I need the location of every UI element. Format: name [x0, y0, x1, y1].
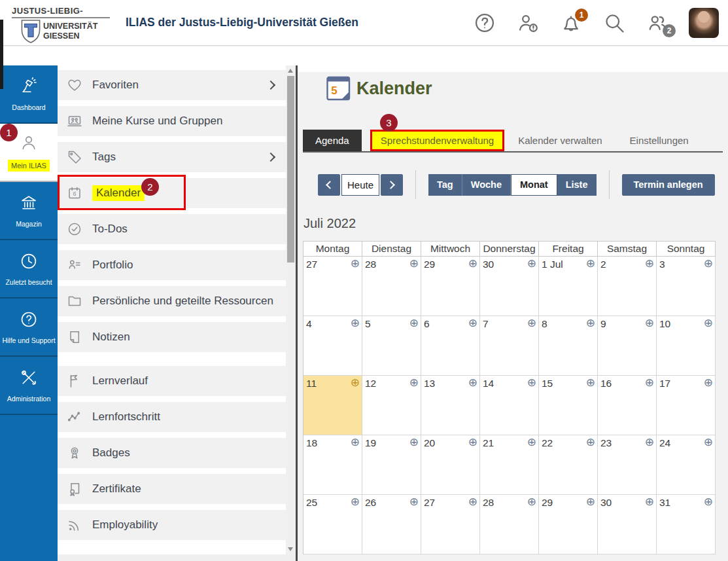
day-cell-12[interactable]: 12⊕	[362, 376, 421, 435]
menu-item-portfolio[interactable]: Portfolio	[58, 250, 286, 280]
plus-circle-icon[interactable]: ⊕	[586, 257, 595, 270]
menu-item-meine-kurse-und-gruppen[interactable]: Meine Kurse und Gruppen	[58, 106, 286, 136]
day-cell-27[interactable]: 27⊕	[303, 257, 362, 316]
scroll-down-icon[interactable]	[288, 547, 293, 551]
day-cell-16[interactable]: 16⊕	[598, 376, 657, 435]
day-cell-8[interactable]: 8⊕	[539, 316, 598, 376]
prev-button[interactable]	[318, 174, 340, 196]
day-cell-27[interactable]: 27⊕	[421, 495, 480, 554]
sidebar-item-magazin[interactable]: Magazin	[0, 182, 58, 240]
day-cell-3[interactable]: 3⊕	[657, 257, 716, 316]
plus-circle-icon[interactable]: ⊕	[527, 257, 536, 270]
plus-circle-icon[interactable]: ⊕	[586, 436, 595, 449]
day-cell-5[interactable]: 5⊕	[362, 316, 421, 376]
day-cell-31[interactable]: 31⊕	[657, 495, 716, 554]
plus-circle-icon[interactable]: ⊕	[351, 257, 360, 270]
plus-circle-icon[interactable]: ⊕	[704, 436, 713, 449]
plus-circle-icon[interactable]: ⊕	[527, 376, 536, 389]
day-cell-15[interactable]: 15⊕	[539, 376, 598, 435]
plus-circle-icon[interactable]: ⊕	[351, 436, 360, 449]
day-cell-30[interactable]: 30⊕	[480, 257, 539, 316]
day-cell-10[interactable]: 10⊕	[657, 316, 716, 376]
menu-item-to-dos[interactable]: To-Dos	[58, 214, 286, 244]
plus-circle-icon[interactable]: ⊕	[468, 436, 477, 449]
notifications-icon[interactable]: 1	[559, 11, 583, 35]
menu-item-favoriten[interactable]: Favoriten	[58, 70, 286, 100]
plus-circle-icon[interactable]: ⊕	[409, 317, 419, 330]
menu-item-notizen[interactable]: Notizen	[58, 322, 286, 352]
view-liste-button[interactable]: Liste	[557, 174, 597, 196]
view-monat-button[interactable]: Monat	[511, 174, 557, 196]
menu-item-lernfortschritt[interactable]: Lernfortschritt	[58, 402, 286, 432]
plus-circle-icon[interactable]: ⊕	[468, 376, 477, 389]
next-button[interactable]	[381, 174, 403, 196]
plus-circle-icon[interactable]: ⊕	[704, 317, 713, 330]
plus-circle-icon[interactable]: ⊕	[586, 496, 595, 509]
plus-circle-icon[interactable]: ⊕	[704, 496, 713, 509]
day-cell-20[interactable]: 20⊕	[421, 435, 480, 495]
plus-circle-icon[interactable]: ⊕	[645, 496, 654, 509]
sidebar-item-administration[interactable]: Administration	[0, 357, 58, 415]
menu-item-pers-nliche-und-geteilte-ressourcen[interactable]: Persönliche und geteilte Ressourcen	[58, 286, 286, 316]
plus-circle-icon[interactable]: ⊕	[704, 257, 713, 270]
day-cell-30[interactable]: 30⊕	[598, 495, 657, 554]
help-icon[interactable]	[473, 11, 496, 35]
plus-circle-icon[interactable]: ⊕	[409, 436, 419, 449]
plus-circle-icon[interactable]: ⊕	[645, 436, 654, 449]
tab-einstellungen[interactable]: Einstellungen	[616, 130, 702, 151]
menu-scrollbar[interactable]	[286, 65, 296, 554]
day-cell-22[interactable]: 22⊕	[539, 435, 598, 495]
plus-circle-icon[interactable]: ⊕	[409, 496, 419, 509]
plus-circle-icon[interactable]: ⊕	[645, 317, 654, 330]
day-cell-11[interactable]: 11⊕	[303, 376, 362, 435]
day-cell-6[interactable]: 6⊕	[421, 316, 480, 376]
plus-circle-icon[interactable]: ⊕	[468, 317, 477, 330]
plus-circle-icon[interactable]: ⊕	[351, 376, 360, 389]
plus-circle-icon[interactable]: ⊕	[351, 317, 360, 330]
scroll-up-icon[interactable]	[288, 69, 293, 73]
plus-circle-icon[interactable]: ⊕	[351, 496, 360, 509]
menu-item-zertifikate[interactable]: Zertifikate	[58, 474, 286, 504]
view-tag-button[interactable]: Tag	[428, 174, 462, 196]
user-status-icon[interactable]	[516, 11, 540, 35]
menu-item-kalender[interactable]: 6Kalender	[58, 178, 286, 208]
tab-sprechstundenverwaltung[interactable]: Sprechstundenverwaltung	[370, 130, 504, 151]
sidebar-item-dashboard[interactable]: Dashboard	[0, 65, 58, 124]
tab-agenda[interactable]: Agenda	[303, 130, 362, 151]
day-cell-29[interactable]: 29⊕	[539, 495, 598, 554]
day-cell-17[interactable]: 17⊕	[657, 376, 716, 435]
sidebar-item-hilfe-und-support[interactable]: Hilfe und Support	[0, 299, 58, 357]
menu-item-lernverlauf[interactable]: Lernverlauf	[58, 366, 286, 396]
day-cell-26[interactable]: 26⊕	[362, 495, 421, 554]
today-button[interactable]: Heute	[341, 174, 379, 196]
avatar[interactable]	[689, 8, 719, 38]
search-icon[interactable]	[602, 11, 626, 35]
plus-circle-icon[interactable]: ⊕	[586, 376, 595, 389]
day-cell-28[interactable]: 28⊕	[480, 495, 539, 554]
plus-circle-icon[interactable]: ⊕	[645, 376, 654, 389]
plus-circle-icon[interactable]: ⊕	[704, 376, 713, 389]
day-cell-13[interactable]: 13⊕	[421, 376, 480, 435]
plus-circle-icon[interactable]: ⊕	[527, 436, 536, 449]
plus-circle-icon[interactable]: ⊕	[409, 257, 419, 270]
scrollbar-thumb[interactable]	[287, 76, 294, 262]
tab-kalender-verwalten[interactable]: Kalender verwalten	[504, 130, 615, 151]
day-cell-2[interactable]: 2⊕	[598, 257, 657, 316]
day-cell-9[interactable]: 9⊕	[598, 316, 657, 376]
plus-circle-icon[interactable]: ⊕	[586, 317, 595, 330]
contacts-icon[interactable]: 2	[646, 11, 669, 35]
day-cell-29[interactable]: 29⊕	[421, 257, 480, 316]
plus-circle-icon[interactable]: ⊕	[645, 257, 654, 270]
day-cell-24[interactable]: 24⊕	[657, 435, 716, 495]
create-appointment-button[interactable]: Termin anlegen	[622, 174, 715, 196]
plus-circle-icon[interactable]: ⊕	[409, 376, 419, 389]
plus-circle-icon[interactable]: ⊕	[468, 496, 477, 509]
day-cell-14[interactable]: 14⊕	[480, 376, 539, 435]
day-cell-4[interactable]: 4⊕	[303, 316, 362, 376]
day-cell-23[interactable]: 23⊕	[598, 435, 657, 495]
menu-item-employability[interactable]: Employability	[58, 510, 286, 540]
plus-circle-icon[interactable]: ⊕	[468, 257, 477, 270]
day-cell-1-jul[interactable]: 1 Jul⊕	[539, 257, 598, 316]
day-cell-18[interactable]: 18⊕	[303, 435, 362, 495]
sidebar-item-zuletzt-besucht[interactable]: Zuletzt besucht	[0, 240, 58, 299]
